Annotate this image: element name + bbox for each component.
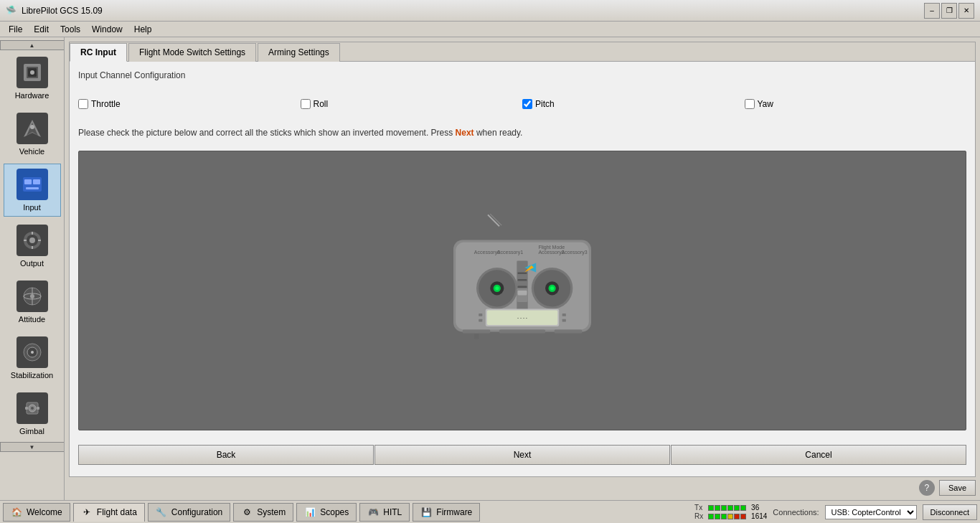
tab-container: RC Input Flight Mode Switch Settings Arm…	[69, 42, 976, 477]
rx-bar-2	[715, 514, 720, 519]
gimbal-icon	[17, 392, 48, 424]
checkbox-roll: Roll	[301, 99, 523, 109]
menu-edit[interactable]: Edit	[28, 23, 55, 36]
rx-bar-1	[708, 514, 714, 519]
statusbar-tab-welcome[interactable]: 🏠 Welcome	[3, 503, 70, 522]
tab-arming[interactable]: Arming Settings	[258, 43, 340, 62]
sidebar-scroll-down[interactable]: ▼	[0, 442, 65, 452]
statusbar-tab-flight-data[interactable]: ✈ Flight data	[73, 503, 145, 522]
stabilization-label: Stabilization	[11, 371, 53, 380]
sidebar-item-output[interactable]: Output	[4, 220, 61, 273]
firmware-icon: 💾	[420, 506, 432, 518]
statusbar-tab-system[interactable]: ⚙ System	[233, 503, 293, 522]
statusbar-tab-scopes[interactable]: 📊 Scopes	[296, 503, 357, 522]
help-button[interactable]: ?	[919, 480, 935, 496]
stabilization-icon	[17, 336, 48, 368]
menu-help[interactable]: Help	[128, 23, 158, 36]
tab-content: Input Channel Configuration Throttle Rol…	[70, 62, 975, 476]
rx-label: Rx	[694, 512, 706, 520]
rx-row: Rx 1614	[694, 512, 767, 520]
statusbar-tab-hitl[interactable]: 🎮 HITL	[359, 503, 410, 522]
sidebar-item-attitude[interactable]: Attitude	[4, 275, 61, 329]
sidebar-item-hardware[interactable]: Hardware	[4, 52, 61, 105]
titlebar-left: 🛸 LibrePilot GCS 15.09	[6, 5, 103, 17]
throttle-label[interactable]: Throttle	[91, 99, 121, 109]
sidebar-item-vehicle[interactable]: Vehicle	[4, 108, 61, 161]
throttle-checkbox[interactable]	[78, 99, 88, 109]
svg-rect-58	[562, 314, 566, 316]
rc-controller-svg: Accessory0 Accessory1 Accessory2 Accesso…	[407, 212, 637, 369]
info-text: Please check the picture below and corre…	[78, 122, 966, 143]
tx-rx-indicator: Tx 36 Rx	[694, 504, 767, 520]
restore-button[interactable]: ❐	[941, 3, 957, 19]
svg-rect-29	[37, 407, 39, 410]
welcome-label: Welcome	[27, 507, 62, 517]
sidebar-item-input[interactable]: Input	[4, 164, 61, 217]
svg-rect-59	[562, 319, 566, 322]
cancel-button[interactable]: Cancel	[671, 445, 966, 465]
welcome-icon: 🏠	[11, 506, 22, 518]
hitl-label: HITL	[383, 507, 402, 517]
menu-tools[interactable]: Tools	[55, 23, 86, 36]
close-button[interactable]: ✕	[958, 3, 974, 19]
minimize-button[interactable]: –	[924, 3, 940, 19]
info-next-word: Next	[456, 128, 474, 138]
system-label: System	[257, 507, 286, 517]
yaw-label[interactable]: Yaw	[758, 99, 773, 109]
svg-text:Accessory0: Accessory0	[474, 250, 500, 255]
output-icon	[17, 225, 48, 256]
roll-label[interactable]: Roll	[314, 99, 329, 109]
tx-bar-5	[734, 505, 740, 511]
attitude-icon	[17, 281, 48, 312]
tab-flight-mode[interactable]: Flight Mode Switch Settings	[128, 43, 256, 62]
configuration-icon: 🔧	[156, 506, 167, 518]
svg-rect-28	[25, 407, 28, 410]
attitude-label: Attitude	[19, 315, 45, 324]
sidebar-scroll-up[interactable]: ▲	[0, 40, 65, 50]
disconnect-button[interactable]: Disconnect	[923, 504, 977, 520]
input-icon	[17, 169, 48, 200]
checkbox-pitch: Pitch	[522, 99, 745, 109]
firmware-label: Firmware	[436, 507, 472, 517]
window-controls: – ❐ ✕	[924, 3, 974, 19]
app-title: LibrePilot GCS 15.09	[22, 6, 103, 16]
status-right: Tx 36 Rx	[694, 504, 977, 520]
back-button[interactable]: Back	[78, 445, 374, 465]
menubar: File Edit Tools Window Help	[0, 22, 980, 37]
svg-rect-51	[518, 279, 527, 281]
bottom-buttons: Back Next Cancel	[78, 442, 966, 468]
hitl-icon: 🎮	[367, 506, 379, 518]
svg-line-30	[488, 215, 499, 226]
sidebar-item-stabilization[interactable]: Stabilization	[4, 331, 61, 385]
yaw-checkbox[interactable]	[745, 99, 755, 109]
checkbox-throttle: Throttle	[78, 99, 301, 109]
svg-rect-9	[33, 179, 40, 184]
app-icon: 🛸	[6, 5, 17, 17]
vehicle-icon	[17, 113, 48, 144]
pitch-label[interactable]: Pitch	[535, 99, 555, 109]
svg-rect-61	[518, 291, 527, 295]
pitch-checkbox[interactable]	[522, 99, 532, 109]
next-button[interactable]: Next	[374, 445, 670, 465]
statusbar: 🏠 Welcome ✈ Flight data 🔧 Configuration …	[0, 500, 980, 523]
sidebar-item-gimbal[interactable]: Gimbal	[4, 387, 61, 440]
svg-text:Accessory2: Accessory2	[538, 250, 564, 255]
tx-bar-2	[715, 505, 720, 511]
titlebar: 🛸 LibrePilot GCS 15.09 – ❐ ✕	[0, 0, 980, 22]
roll-checkbox[interactable]	[301, 99, 311, 109]
svg-point-48	[550, 286, 554, 290]
tab-rc-input[interactable]: RC Input	[70, 43, 127, 62]
menu-window[interactable]: Window	[86, 23, 128, 36]
svg-point-6	[30, 125, 34, 129]
flight-data-icon: ✈	[81, 506, 93, 518]
sidebar: ▲ Hardware Vehi	[0, 37, 65, 500]
connection-dropdown[interactable]: USB: CopterControl	[825, 505, 917, 519]
statusbar-tab-configuration[interactable]: 🔧 Configuration	[148, 503, 230, 522]
statusbar-tab-firmware[interactable]: 💾 Firmware	[413, 503, 480, 522]
output-label: Output	[20, 259, 44, 268]
menu-file[interactable]: File	[3, 23, 28, 36]
tx-bar-6	[740, 505, 746, 511]
tx-bar-1	[708, 505, 714, 511]
save-button[interactable]: Save	[939, 480, 976, 496]
svg-rect-64	[463, 329, 490, 333]
